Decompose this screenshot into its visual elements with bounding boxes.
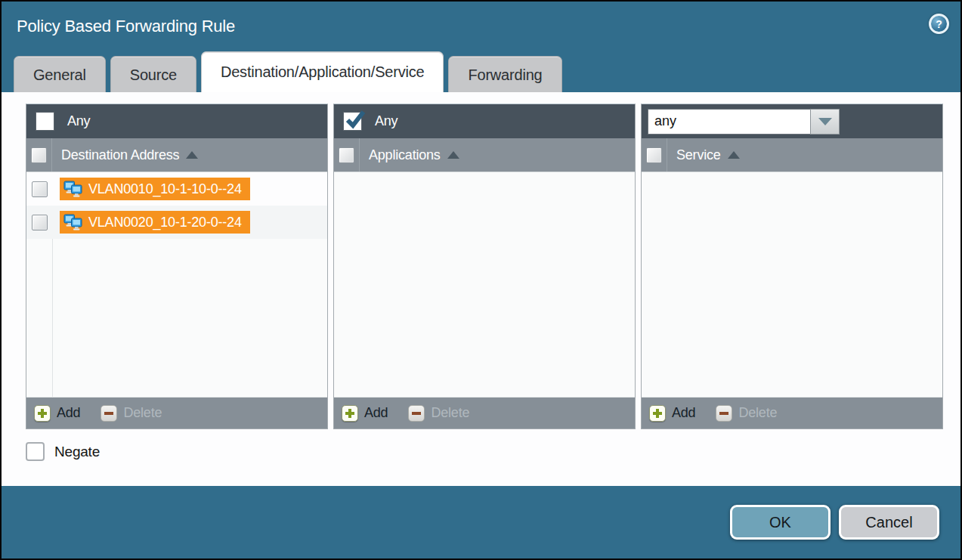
address-group-icon bbox=[63, 214, 82, 231]
destination-toolbar: Add Delete bbox=[26, 397, 327, 429]
applications-delete-button[interactable]: Delete bbox=[408, 405, 469, 422]
service-panel: Service Add Delete bbox=[641, 104, 943, 429]
ok-button[interactable]: OK bbox=[730, 505, 831, 540]
destination-delete-button[interactable]: Delete bbox=[101, 405, 162, 422]
destination-list: VLAN0010_10-1-10-0--24 bbox=[26, 172, 327, 397]
negate-label: Negate bbox=[54, 444, 100, 460]
service-list bbox=[642, 172, 942, 397]
applications-any-checkbox[interactable] bbox=[343, 112, 362, 131]
dialog-footer: OK Cancel bbox=[2, 486, 960, 558]
service-add-button[interactable]: Add bbox=[649, 405, 695, 422]
destination-column-header[interactable]: Destination Address bbox=[61, 147, 179, 163]
page-title: Policy Based Forwarding Rule bbox=[17, 17, 235, 36]
policy-based-forwarding-dialog: Policy Based Forwarding Rule ? General S… bbox=[0, 0, 962, 560]
destination-add-button[interactable]: Add bbox=[34, 405, 80, 422]
applications-add-button[interactable]: Add bbox=[342, 405, 388, 422]
tab-bar: General Source Destination/Application/S… bbox=[2, 51, 960, 92]
service-combobox bbox=[648, 109, 840, 135]
service-dropdown-input[interactable] bbox=[648, 109, 810, 135]
tab-destination-application-service[interactable]: Destination/Application/Service bbox=[201, 51, 444, 92]
negate-row: Negate bbox=[26, 442, 943, 461]
plus-icon bbox=[34, 405, 51, 422]
applications-column-header[interactable]: Applications bbox=[369, 147, 441, 163]
tab-content: Any Destination Address bbox=[2, 92, 960, 486]
row-checkbox[interactable] bbox=[32, 181, 48, 197]
destination-subheader: Destination Address bbox=[26, 138, 327, 172]
table-row[interactable]: VLAN0020_10-1-20-0--24 bbox=[26, 206, 327, 239]
applications-subheader: Applications bbox=[334, 138, 635, 172]
row-label: VLAN0010_10-1-10-0--24 bbox=[88, 181, 242, 197]
sort-ascending-icon[interactable] bbox=[728, 151, 740, 159]
tab-forwarding[interactable]: Forwarding bbox=[448, 56, 561, 92]
plus-icon bbox=[342, 405, 358, 422]
applications-any-label: Any bbox=[375, 113, 397, 129]
service-select-all-checkbox[interactable] bbox=[646, 147, 662, 163]
columns-container: Any Destination Address bbox=[26, 104, 943, 429]
row-label: VLAN0020_10-1-20-0--24 bbox=[88, 215, 242, 230]
minus-icon bbox=[101, 405, 117, 422]
destination-any-bar: Any bbox=[26, 104, 327, 138]
title-bar: Policy Based Forwarding Rule ? bbox=[2, 2, 960, 51]
check-icon bbox=[345, 109, 366, 130]
minus-icon bbox=[716, 405, 732, 422]
address-object-pill[interactable]: VLAN0010_10-1-10-0--24 bbox=[60, 178, 250, 200]
cancel-button[interactable]: Cancel bbox=[839, 505, 939, 540]
negate-checkbox[interactable] bbox=[26, 442, 45, 461]
chevron-down-icon bbox=[818, 118, 832, 125]
tab-source[interactable]: Source bbox=[110, 56, 196, 92]
applications-any-bar: Any bbox=[334, 104, 635, 138]
address-object-pill[interactable]: VLAN0020_10-1-20-0--24 bbox=[60, 211, 250, 234]
row-checkbox[interactable] bbox=[32, 215, 48, 230]
table-row[interactable]: VLAN0010_10-1-10-0--24 bbox=[26, 172, 327, 206]
help-icon[interactable]: ? bbox=[929, 14, 949, 34]
service-column-header[interactable]: Service bbox=[676, 147, 721, 163]
service-dropdown-button[interactable] bbox=[810, 109, 840, 135]
tab-general[interactable]: General bbox=[14, 56, 106, 92]
service-any-bar bbox=[642, 104, 942, 138]
applications-list bbox=[334, 172, 635, 397]
destination-select-all-checkbox[interactable] bbox=[31, 147, 47, 163]
plus-icon bbox=[649, 405, 666, 422]
destination-any-checkbox[interactable] bbox=[36, 112, 54, 131]
service-subheader: Service bbox=[642, 138, 942, 172]
minus-icon bbox=[408, 405, 425, 422]
applications-toolbar: Add Delete bbox=[334, 397, 635, 429]
address-group-icon bbox=[63, 181, 82, 198]
applications-select-all-checkbox[interactable] bbox=[339, 147, 354, 163]
destination-panel: Any Destination Address bbox=[26, 104, 328, 429]
applications-panel: Any Applications Add Delete bbox=[333, 104, 636, 429]
sort-ascending-icon[interactable] bbox=[447, 151, 459, 159]
sort-ascending-icon[interactable] bbox=[186, 151, 198, 159]
service-delete-button[interactable]: Delete bbox=[716, 405, 777, 422]
service-toolbar: Add Delete bbox=[642, 397, 942, 429]
destination-any-label: Any bbox=[67, 113, 90, 129]
